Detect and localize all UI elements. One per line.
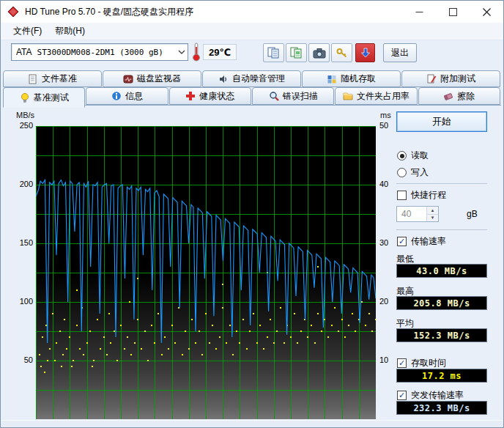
transfer-rate-label: 传输速率	[411, 235, 446, 248]
tab-error-scan[interactable]: 错误扫描	[252, 87, 334, 105]
spinner-up-icon[interactable]: ▲	[427, 207, 438, 215]
separator	[396, 183, 487, 184]
menu-help[interactable]: 帮助(H)	[48, 23, 92, 40]
blocks-icon	[327, 74, 337, 84]
tab-label: 磁盘监视器	[137, 73, 181, 85]
access-time-display: 17.2 ms	[396, 369, 487, 383]
tab-extra-tests[interactable]: 附加测试	[401, 70, 500, 87]
checkbox-burst-rate[interactable]: 突发传输速率	[397, 389, 464, 402]
burst-rate-label: 突发传输速率	[411, 389, 464, 402]
eraser-icon	[443, 91, 453, 101]
tab-label: 自动噪音管理	[232, 73, 285, 85]
folder-icon	[343, 91, 353, 101]
close-icon	[483, 8, 491, 16]
disk-monitor-icon	[123, 74, 133, 84]
tab-label: 随机存取	[341, 73, 376, 85]
window-title: HD Tune Pro 5.70 - 硬盘/固态硬盘实用程序	[25, 6, 193, 18]
short-stroke-value: 40	[397, 207, 426, 221]
toolbar: ATA ST3000DM008-2DM1 (3000 gB) 29℃ 退出	[1, 40, 503, 70]
titlebar[interactable]: HD Tune Pro 5.70 - 硬盘/固态硬盘实用程序	[1, 1, 503, 23]
close-button[interactable]	[470, 1, 503, 23]
checkbox-short-stroke[interactable]: 快捷行程	[397, 189, 446, 202]
tab-label: 文件夹占用率	[357, 90, 410, 103]
window-bottom-edge	[1, 420, 503, 428]
drive-select[interactable]: ATA ST3000DM008-2DM1 (3000 gB)	[11, 43, 188, 61]
spinner: ▲ ▼	[426, 207, 438, 221]
camera-icon	[313, 48, 326, 59]
start-button[interactable]: 开始	[396, 111, 487, 132]
checkbox-box	[397, 237, 407, 246]
burst-rate-display: 232.3 MB/s	[396, 401, 487, 415]
access-time-label: 存取时间	[411, 357, 446, 369]
tab-label: 文件基准	[42, 73, 77, 85]
copy-pages-icon	[267, 47, 281, 59]
copy-text-button[interactable]	[263, 43, 284, 62]
download-arrow-icon	[360, 48, 371, 58]
separator	[396, 229, 487, 230]
radio-write[interactable]: 写入	[397, 166, 429, 179]
tab-label: 基准测试	[34, 92, 69, 104]
y-left-axis-label: MB/s	[16, 111, 34, 119]
keys-icon	[336, 48, 349, 59]
checkbox-box	[397, 391, 407, 400]
tab-row-2: 基准测试 信息 健康状态 错误扫描 文件夹占用率 擦除	[3, 87, 501, 105]
exit-button[interactable]: 退出	[383, 43, 417, 62]
minimize-icon	[415, 8, 423, 16]
bulb-icon	[20, 92, 30, 103]
tab-disk-monitor[interactable]: 磁盘监视器	[103, 70, 201, 87]
min-value-display: 43.0 MB/s	[396, 264, 487, 278]
short-stroke-label: 快捷行程	[411, 189, 446, 202]
menu-file[interactable]: 文件(F)	[7, 23, 48, 40]
benchmark-plot	[36, 126, 376, 419]
radio-read[interactable]: 读取	[397, 150, 429, 162]
save-results-button[interactable]	[355, 43, 375, 62]
tab-row-1: 文件基准 磁盘监视器 自动噪音管理 随机存取 附加测试	[3, 70, 501, 87]
options-keys-button[interactable]	[331, 43, 352, 62]
avg-value-display: 152.3 MB/s	[396, 328, 487, 342]
tab-folder-usage[interactable]: 文件夹占用率	[335, 87, 417, 105]
max-value-display: 205.8 MB/s	[396, 296, 487, 310]
checkbox-access-time[interactable]: 存取时间	[397, 357, 446, 369]
radio-write-label: 写入	[411, 166, 429, 179]
checkbox-transfer-rate[interactable]: 传输速率	[397, 235, 446, 248]
maximize-button[interactable]	[436, 1, 470, 23]
checkbox-box	[397, 358, 407, 368]
short-stroke-unit: gB	[467, 209, 478, 219]
checkbox-box	[397, 191, 407, 200]
minimize-button[interactable]	[402, 1, 436, 23]
tab-erase[interactable]: 擦除	[418, 87, 500, 105]
tab-label: 信息	[125, 90, 143, 103]
window-controls	[402, 1, 503, 23]
tab-health[interactable]: 健康状态	[169, 87, 251, 105]
info-icon	[111, 91, 122, 101]
radio-dot	[397, 168, 407, 177]
page-pencil-icon	[426, 74, 437, 84]
tab-benchmark[interactable]: 基准测试	[3, 87, 85, 108]
maximize-icon	[449, 8, 457, 16]
spinner-down-icon[interactable]: ▼	[427, 215, 438, 222]
file-page-icon	[28, 74, 38, 84]
tab-label: 健康状态	[199, 90, 234, 103]
tab-random-access[interactable]: 随机存取	[302, 70, 401, 87]
tab-aam[interactable]: 自动噪音管理	[202, 70, 301, 87]
y-right-axis-label: ms	[380, 111, 391, 119]
tab-file-benchmark[interactable]: 文件基准	[3, 70, 102, 87]
short-stroke-input[interactable]: 40 ▲ ▼	[396, 206, 439, 222]
app-icon	[7, 6, 19, 18]
thermometer-icon	[192, 42, 201, 64]
temperature-value: 29℃	[203, 44, 237, 60]
chevron-down-icon[interactable]	[176, 50, 188, 54]
magnifier-icon	[269, 91, 279, 101]
tab-label: 错误扫描	[283, 90, 318, 103]
menubar: 文件(F) 帮助(H)	[1, 23, 503, 40]
health-cross-icon	[185, 91, 196, 101]
app-window: HD Tune Pro 5.70 - 硬盘/固态硬盘实用程序 文件(F) 帮助(…	[0, 0, 504, 428]
radio-read-label: 读取	[411, 150, 429, 162]
radio-dot	[397, 151, 407, 160]
tab-info[interactable]: 信息	[86, 87, 168, 105]
drive-model-text: ST3000DM008-2DM1 (3000 gB)	[37, 48, 176, 57]
screenshot-button[interactable]	[308, 43, 330, 62]
copy-image-button[interactable]	[286, 43, 307, 62]
tab-label: 附加测试	[440, 73, 475, 85]
copy-image-icon	[290, 47, 303, 59]
